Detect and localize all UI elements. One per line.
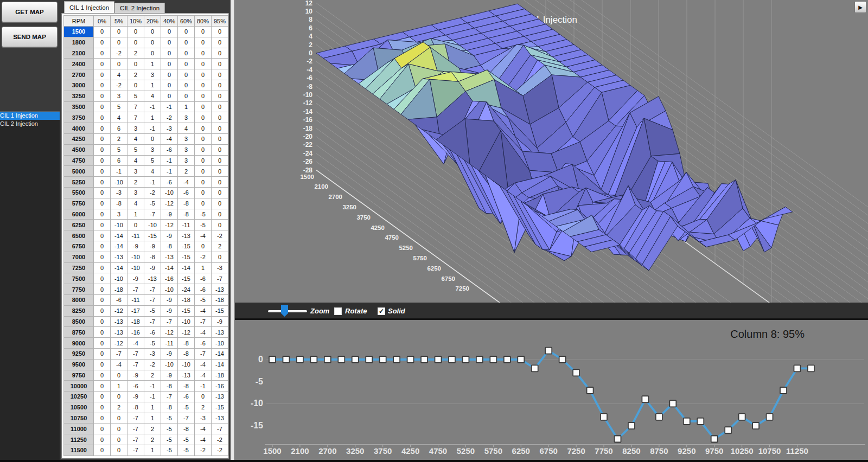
map-cell[interactable]: 0	[195, 241, 212, 252]
rpm-cell[interactable]: 5750	[64, 198, 94, 209]
map-cell[interactable]: 0	[94, 294, 111, 305]
map-cell[interactable]: 0	[111, 27, 127, 37]
rpm-cell[interactable]: 3500	[64, 101, 94, 112]
map-cell[interactable]: -1	[144, 392, 161, 402]
map-cell[interactable]: -7	[161, 316, 178, 327]
map-cell[interactable]: -12	[111, 305, 127, 316]
map-cell[interactable]: -13	[212, 284, 228, 295]
solid-checkbox[interactable]: ✓	[378, 307, 385, 315]
map-cell[interactable]: 0	[127, 37, 144, 48]
map-cell[interactable]: -13	[144, 273, 161, 284]
map-cell[interactable]: 0	[94, 445, 111, 456]
map-cell[interactable]: -9	[161, 370, 178, 381]
map-cell[interactable]: 0	[94, 338, 111, 349]
map-cell[interactable]: 0	[94, 434, 111, 445]
rpm-cell[interactable]: 4750	[64, 155, 94, 166]
rpm-cell[interactable]: 3250	[64, 91, 94, 101]
map-cell[interactable]: -6	[111, 294, 127, 305]
rpm-cell[interactable]: 8250	[64, 305, 94, 316]
map-cell[interactable]: -11	[161, 338, 178, 349]
map-cell[interactable]: -13	[161, 252, 178, 262]
map-cell[interactable]: -10	[111, 177, 127, 188]
map-cell[interactable]: 3	[178, 155, 195, 166]
map-cell[interactable]: -2	[111, 80, 127, 91]
map-cell[interactable]: -1	[111, 166, 127, 177]
rpm-cell[interactable]: 6000	[64, 209, 94, 220]
map-cell[interactable]: 0	[94, 230, 111, 241]
map-cell[interactable]: -1	[195, 381, 212, 392]
map-cell[interactable]: -9	[144, 262, 161, 273]
map-cell[interactable]: -7	[111, 348, 127, 359]
map-cell[interactable]: 0	[111, 59, 127, 69]
map-cell[interactable]: 2	[178, 166, 195, 177]
map-cell[interactable]: -15	[144, 230, 161, 241]
map-cell[interactable]: -10	[178, 316, 195, 327]
map-cell[interactable]: 4	[127, 155, 144, 166]
map-cell[interactable]: 0	[161, 91, 178, 101]
map-cell[interactable]: 0	[212, 166, 228, 177]
map-cell[interactable]: 5	[127, 91, 144, 101]
map-cell[interactable]: -1	[144, 123, 161, 134]
map-cell[interactable]: -4	[161, 133, 178, 144]
rpm-cell[interactable]: 5500	[64, 187, 94, 198]
map-cell[interactable]: 0	[212, 123, 228, 134]
rpm-cell[interactable]: 5000	[64, 166, 94, 177]
map-cell[interactable]: -14	[212, 359, 228, 370]
map-cell[interactable]: 0	[178, 91, 195, 101]
map-cell[interactable]: -5	[195, 294, 212, 305]
map-cell[interactable]: -5	[195, 220, 212, 230]
map-cell[interactable]: 3	[178, 133, 195, 144]
map-cell[interactable]: -7	[127, 424, 144, 434]
map-cell[interactable]: -13	[212, 327, 228, 338]
map-cell[interactable]: -13	[111, 316, 127, 327]
map-cell[interactable]: -17	[127, 305, 144, 316]
send-map-button[interactable]: SEND MAP	[2, 27, 58, 47]
map-cell[interactable]: 0	[212, 177, 228, 188]
map-cell[interactable]: 0	[94, 370, 111, 381]
map-cell[interactable]: -5	[178, 445, 195, 456]
rpm-cell[interactable]: 1500	[64, 27, 94, 37]
map-cell[interactable]: -9	[144, 241, 161, 252]
map-cell[interactable]: 0	[212, 209, 228, 220]
map-cell[interactable]: -2	[144, 359, 161, 370]
map-cell[interactable]: -6	[195, 284, 212, 295]
map-cell[interactable]: 7	[127, 112, 144, 123]
rpm-cell[interactable]: 2700	[64, 69, 94, 80]
map-cell[interactable]: 0	[212, 48, 228, 59]
map-cell[interactable]: -14	[111, 230, 127, 241]
map-cell[interactable]: 0	[195, 177, 212, 188]
map-cell[interactable]: -9	[161, 294, 178, 305]
map-cell[interactable]: -12	[161, 198, 178, 209]
map-cell[interactable]: -9	[161, 230, 178, 241]
map-cell[interactable]: 0	[94, 359, 111, 370]
map-table[interactable]: RPM0%5%10%20%40%60%80%95%150000000000180…	[63, 15, 228, 456]
map-cell[interactable]: -15	[212, 402, 228, 413]
map-cell[interactable]: -4	[195, 424, 212, 434]
map-cell[interactable]: 3	[127, 166, 144, 177]
map-cell[interactable]: -5	[195, 209, 212, 220]
map-cell[interactable]: -4	[195, 359, 212, 370]
rpm-cell[interactable]: 1800	[64, 37, 94, 48]
map-cell[interactable]: 0	[94, 144, 111, 155]
map-cell[interactable]: 0	[94, 48, 111, 59]
map-cell[interactable]: -3	[161, 123, 178, 134]
map-cell[interactable]: -15	[212, 305, 228, 316]
surface-chart-3d[interactable]: 121086420-2-4-6-8-10-12-14-16-18-20-22-2…	[235, 0, 868, 303]
map-cell[interactable]: 0	[195, 69, 212, 80]
map-cell[interactable]: -8	[178, 381, 195, 392]
map-cell[interactable]: -6	[161, 144, 178, 155]
map-cell[interactable]: 0	[212, 144, 228, 155]
map-cell[interactable]: 0	[195, 37, 212, 48]
map-cell[interactable]: -7	[144, 284, 161, 295]
map-cell[interactable]: -7	[144, 316, 161, 327]
map-cell[interactable]: -6	[161, 177, 178, 188]
map-cell[interactable]: -10	[161, 359, 178, 370]
map-cell[interactable]: 2	[127, 69, 144, 80]
map-cell[interactable]: -8	[178, 424, 195, 434]
map-cell[interactable]: -7	[161, 392, 178, 402]
tab-cil1-injection[interactable]: CIL 1 Injection	[64, 1, 114, 13]
zoom-slider-thumb[interactable]	[281, 305, 288, 317]
map-cell[interactable]: 4	[111, 112, 127, 123]
map-cell[interactable]: 0	[212, 220, 228, 230]
map-cell[interactable]: -13	[178, 230, 195, 241]
